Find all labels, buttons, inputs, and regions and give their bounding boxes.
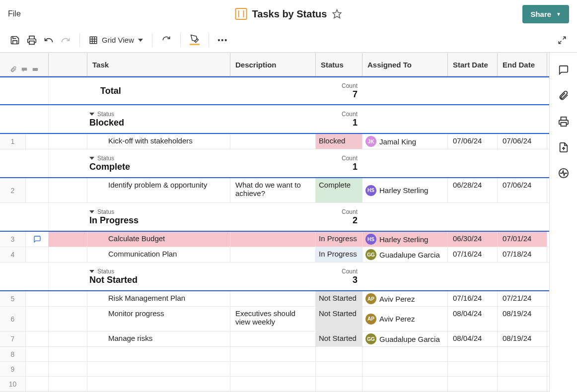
chevron-down-icon[interactable] — [89, 210, 94, 213]
row-gutter[interactable] — [26, 291, 49, 306]
cell-status[interactable]: Blocked — [316, 134, 362, 149]
print-rail-icon[interactable] — [558, 116, 569, 127]
cell-description[interactable] — [230, 247, 316, 262]
expand-icon[interactable] — [557, 35, 567, 45]
sheet[interactable]: Task Description Status Assigned To Star… — [0, 53, 549, 392]
cell-description[interactable] — [230, 377, 316, 391]
more-icon[interactable]: ••• — [218, 35, 228, 45]
view-selector[interactable]: Grid View — [89, 36, 143, 45]
save-icon[interactable] — [10, 35, 20, 45]
cell-status[interactable]: Not Started — [316, 331, 362, 346]
cell-assigned-to[interactable]: AP Aviv Perez — [362, 291, 448, 306]
chevron-down-icon[interactable] — [89, 113, 94, 116]
cell-end-date[interactable]: 07/06/24 — [498, 134, 547, 149]
cell-start-date[interactable] — [448, 347, 498, 361]
cell-description[interactable] — [230, 331, 316, 346]
cell-end-date[interactable] — [498, 347, 547, 361]
row-gutter[interactable] — [26, 178, 49, 202]
cell-description[interactable]: What do we want to achieve? — [230, 178, 316, 202]
row-gutter[interactable] — [26, 232, 49, 247]
group-header-row[interactable]: Status Complete Count 1 — [0, 149, 549, 178]
cell-start-date[interactable]: 06/28/24 — [448, 178, 498, 202]
table-row[interactable]: 8 — [0, 347, 549, 362]
column-header-end-date[interactable]: End Date — [498, 53, 547, 76]
cell-end-date[interactable]: 08/19/24 — [498, 307, 547, 331]
row-index[interactable]: 7 — [0, 331, 26, 346]
row-gutter[interactable] — [26, 247, 49, 262]
cell-status[interactable] — [316, 377, 362, 391]
cell-task[interactable]: Calculate Budget — [87, 232, 230, 247]
cell-start-date[interactable] — [448, 377, 498, 391]
cell-end-date[interactable] — [498, 377, 547, 391]
cell-start-date[interactable]: 07/16/24 — [448, 247, 498, 262]
cell-start-date[interactable]: 06/30/24 — [448, 232, 498, 247]
table-row[interactable]: 6 Monitor progress Executives should vie… — [0, 307, 549, 331]
chevron-down-icon[interactable] — [89, 270, 94, 273]
cell-task[interactable]: Identify problem & opportunity — [87, 178, 230, 202]
cell-end-date[interactable] — [498, 362, 547, 376]
cell-assigned-to[interactable]: JK Jamal King — [362, 134, 448, 149]
cell-start-date[interactable] — [448, 362, 498, 376]
cell-assigned-to[interactable]: AP Aviv Perez — [362, 307, 448, 331]
publish-icon[interactable] — [558, 142, 569, 153]
row-gutter[interactable] — [26, 134, 49, 149]
cell-description[interactable] — [230, 347, 316, 361]
table-row[interactable]: 9 — [0, 362, 549, 377]
column-header-description[interactable]: Description — [230, 53, 316, 76]
cell-end-date[interactable]: 07/21/24 — [498, 291, 547, 306]
print-icon[interactable] — [27, 35, 37, 45]
row-index[interactable]: 3 — [0, 232, 26, 247]
row-index[interactable]: 6 — [0, 307, 26, 331]
row-gutter[interactable] — [26, 347, 49, 361]
cell-task[interactable]: Communication Plan — [87, 247, 230, 262]
highlight-icon[interactable] — [190, 35, 200, 45]
row-gutter[interactable] — [26, 362, 49, 376]
cell-end-date[interactable]: 07/01/24 — [498, 232, 547, 247]
row-index[interactable]: 4 — [0, 247, 26, 262]
row-index[interactable]: 2 — [0, 178, 26, 202]
favorite-star-icon[interactable] — [332, 9, 342, 19]
cell-task[interactable] — [87, 377, 230, 391]
row-index[interactable]: 1 — [0, 134, 26, 149]
group-header-row[interactable]: Status Not Started Count 3 — [0, 262, 549, 291]
share-button[interactable]: Share ▼ — [522, 5, 569, 23]
file-menu[interactable]: File — [8, 9, 21, 18]
table-row[interactable]: 2 Identify problem & opportunity What do… — [0, 178, 549, 203]
cell-status[interactable]: In Progress — [316, 232, 362, 247]
cell-start-date[interactable]: 07/06/24 — [448, 134, 498, 149]
cell-task[interactable]: Monitor progress — [87, 307, 230, 331]
refresh-icon[interactable] — [161, 35, 171, 45]
column-header-start-date[interactable]: Start Date — [448, 53, 498, 76]
row-index[interactable]: 8 — [0, 347, 26, 361]
row-index[interactable]: 5 — [0, 291, 26, 306]
group-header-row[interactable]: Status Blocked Count 1 — [0, 105, 549, 134]
cell-assigned-to[interactable]: GG Guadalupe Garcia — [362, 331, 448, 346]
table-row[interactable]: 1 Kick-off with stakeholders Blocked JK … — [0, 134, 549, 149]
cell-assigned-to[interactable] — [362, 347, 448, 361]
cell-end-date[interactable]: 07/18/24 — [498, 247, 547, 262]
table-row[interactable]: 4 Communication Plan In Progress GG Guad… — [0, 247, 549, 262]
cell-description[interactable] — [230, 232, 316, 247]
cell-assigned-to[interactable]: GG Guadalupe Garcia — [362, 247, 448, 262]
cell-task[interactable]: Kick-off with stakeholders — [87, 134, 230, 149]
cell-status[interactable]: Not Started — [316, 307, 362, 331]
cell-status[interactable]: In Progress — [316, 247, 362, 262]
column-header-assigned-to[interactable]: Assigned To — [362, 53, 448, 76]
undo-icon[interactable] — [44, 35, 54, 45]
cell-status[interactable] — [316, 347, 362, 361]
row-gutter[interactable] — [26, 377, 49, 391]
cell-description[interactable]: Executives should view weekly — [230, 307, 316, 331]
cell-start-date[interactable]: 08/04/24 — [448, 307, 498, 331]
cell-task[interactable]: Manage risks — [87, 331, 230, 346]
cell-assigned-to[interactable] — [362, 377, 448, 391]
cell-status[interactable]: Not Started — [316, 291, 362, 306]
cell-assigned-to[interactable] — [362, 362, 448, 376]
chevron-down-icon[interactable] — [89, 157, 94, 160]
comment-indicator-icon[interactable] — [33, 235, 41, 243]
group-header-row[interactable]: Status In Progress Count 2 — [0, 203, 549, 232]
attachments-icon[interactable] — [558, 90, 569, 101]
cell-status[interactable]: Complete — [316, 178, 362, 202]
column-header-status[interactable]: Status — [316, 53, 362, 76]
table-row[interactable]: 10 — [0, 377, 549, 392]
activity-icon[interactable] — [558, 168, 569, 179]
